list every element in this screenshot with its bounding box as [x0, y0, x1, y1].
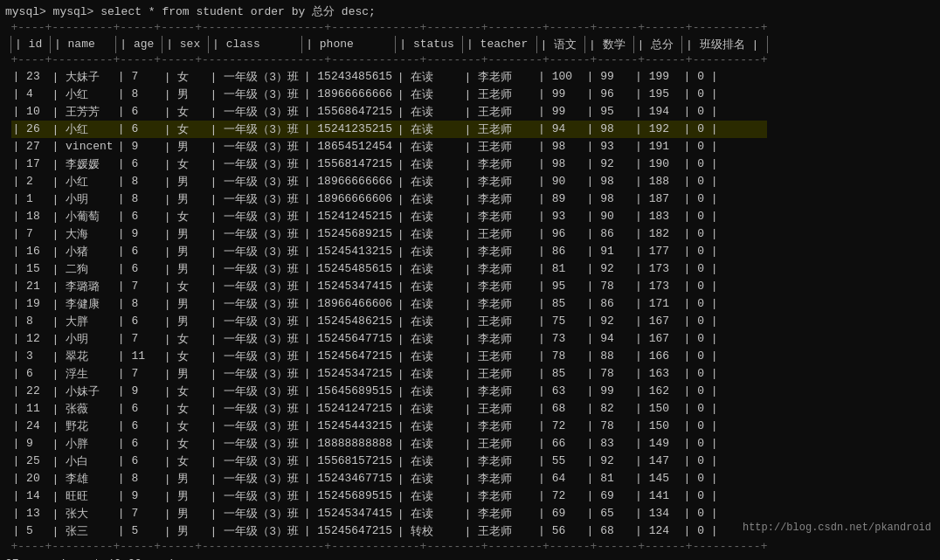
table-cell: | 90: [536, 173, 585, 190]
table-cell: | 173: [633, 278, 682, 295]
table-cell: | 女: [162, 348, 209, 365]
table-cell: | 李老师: [463, 505, 537, 522]
table-cell: | 0 |: [682, 453, 768, 470]
table-cell: | 15245485615: [302, 260, 396, 278]
table-row: | 12 | 小明 | 7 | 女 | 一年级（3）班 | 1524564771…: [11, 330, 768, 348]
table-row: | 25 | 小白 | 6 | 女 | 一年级（3）班 | 1556815721…: [11, 453, 768, 470]
table-cell: | 8: [116, 86, 162, 103]
table-cell: | 6: [11, 365, 51, 383]
table-cell: | 194: [633, 103, 682, 121]
table-cell: | 99: [536, 103, 585, 121]
table-cell: | 李老师: [463, 190, 537, 208]
table-cell: | 0 |: [682, 103, 768, 121]
table-cell: | 15245689215: [302, 225, 396, 243]
table-cell: | 95: [585, 103, 634, 121]
table-cell: | 0 |: [682, 86, 768, 103]
table-footer-border: +----+---------+-----+-----+------------…: [11, 540, 768, 555]
table-cell: | 6: [116, 103, 162, 121]
col-phone: | phone: [302, 36, 396, 53]
table-cell: | 一年级（3）班: [209, 505, 302, 522]
table-cell: | 0 |: [682, 505, 768, 522]
table-cell: | 一年级（3）班: [209, 487, 302, 505]
table-cell: | 女: [162, 103, 209, 121]
table-cell: | 8: [116, 470, 162, 487]
table-cell: | 69: [536, 505, 585, 522]
table-cell: | 55: [536, 453, 585, 470]
table-cell: | 85: [536, 295, 585, 313]
sql-command: mysql> select * from student order by 总分…: [53, 5, 376, 18]
table-cell: | 李老师: [463, 383, 537, 400]
table-cell: | 一年级（3）班: [209, 225, 302, 243]
table-cell: | 19: [11, 295, 51, 313]
table-cell: | 0 |: [682, 225, 768, 243]
terminal: mysql> mysql> select * from student orde…: [0, 0, 940, 560]
table-cell: | 一年级（3）班: [209, 260, 302, 278]
table-cell: | 15243485615: [302, 68, 396, 86]
table-cell: | 王老师: [463, 86, 537, 103]
table-cell: | 李老师: [463, 260, 537, 278]
table-row: | 27 | vincent | 9 | 男 | 一年级（3）班 | 18654…: [11, 138, 768, 156]
col-status: | status: [396, 36, 463, 53]
table-cell: | 92: [585, 313, 634, 330]
table-cell: | 99: [585, 383, 634, 400]
table-cell: | 0 |: [682, 470, 768, 487]
table-cell: | 李老师: [463, 278, 537, 295]
table-cell: | 8: [116, 190, 162, 208]
table-cell: | 一年级（3）班: [209, 470, 302, 487]
table-cell: | 9: [11, 435, 51, 453]
table-cell: | 一年级（3）班: [209, 86, 302, 103]
table-cell: | 147: [633, 453, 682, 470]
table-cell: | 90: [585, 208, 634, 225]
table-cell: | 王老师: [463, 225, 537, 243]
table-cell: | 15245647215: [302, 348, 396, 365]
table-cell: | 小葡萄: [50, 208, 115, 225]
table-cell: | 182: [633, 225, 682, 243]
table-cell: | 0 |: [682, 138, 768, 156]
table-cell: | 93: [536, 208, 585, 225]
col-age: | age: [116, 36, 162, 53]
table-header-row: | id | name | age | sex | class | phone …: [11, 36, 768, 53]
table-cell: | 女: [162, 156, 209, 173]
table-cell: | 一年级（3）班: [209, 68, 302, 86]
table-row: | 10 | 王芳芳 | 6 | 女 | 一年级（3）班 | 155686472…: [11, 103, 768, 121]
table-cell: | 98: [585, 173, 634, 190]
table-cell: | 2: [11, 173, 51, 190]
table-cell: | 在读: [396, 453, 463, 470]
table-cell: | 一年级（3）班: [209, 522, 302, 540]
table-cell: | 男: [162, 505, 209, 522]
table-cell: | 0 |: [682, 435, 768, 453]
table-cell: | 134: [633, 505, 682, 522]
table-cell: | 在读: [396, 435, 463, 453]
table-cell: | 173: [633, 260, 682, 278]
col-class: | class: [209, 36, 302, 53]
result-count: 27 rows in set (0.00 sec): [0, 555, 940, 560]
table-cell: | 21: [11, 278, 51, 295]
table-cell: | 在读: [396, 330, 463, 348]
table-cell: | 一年级（3）班: [209, 208, 302, 225]
table-cell: | 大海: [50, 225, 115, 243]
table-cell: | 7: [116, 68, 162, 86]
table-cell: | 0 |: [682, 156, 768, 173]
table-cell: | 0 |: [682, 400, 768, 418]
table-cell: | 一年级（3）班: [209, 156, 302, 173]
table-row: | 18 | 小葡萄 | 6 | 女 | 一年级（3）班 | 152412452…: [11, 208, 768, 225]
table-cell: | 王老师: [463, 103, 537, 121]
col-id: | id: [11, 36, 51, 53]
table-cell: | 0 |: [682, 190, 768, 208]
table-cell: | 男: [162, 365, 209, 383]
table-cell: | 男: [162, 487, 209, 505]
table-cell: | 99: [536, 86, 585, 103]
table-cell: | 小红: [50, 173, 115, 190]
table-cell: | 88: [585, 348, 634, 365]
table-cell: | 78: [536, 348, 585, 365]
table-row: | 15 | 二狗 | 6 | 男 | 一年级（3）班 | 1524548561…: [11, 260, 768, 278]
table-cell: | 7: [116, 278, 162, 295]
table-row: | 26 | 小红 | 6 | 女 | 一年级（3）班 | 1524123521…: [11, 121, 768, 138]
table-cell: | 26: [11, 121, 51, 138]
table-cell: | 94: [536, 121, 585, 138]
table-cell: | 0 |: [682, 487, 768, 505]
table-cell: | 12: [11, 330, 51, 348]
table-cell: | 女: [162, 418, 209, 435]
table-cell: | 在读: [396, 505, 463, 522]
table-cell: | 92: [585, 156, 634, 173]
